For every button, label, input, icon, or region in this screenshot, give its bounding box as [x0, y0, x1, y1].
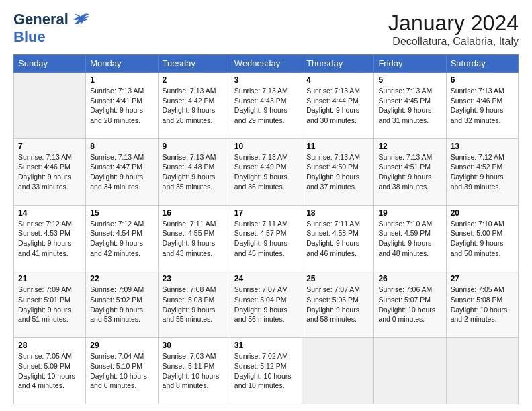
day-number: 9	[163, 142, 226, 151]
day-info: Sunrise: 7:02 AM Sunset: 5:12 PM Dayligh…	[234, 351, 298, 391]
day-number: 25	[306, 274, 369, 283]
calendar-title: January 2024	[388, 11, 519, 36]
table-row: 5Sunrise: 7:13 AM Sunset: 4:45 PM Daylig…	[374, 73, 446, 139]
day-number: 17	[234, 208, 298, 218]
title-block: January 2024 Decollatura, Calabria, Ital…	[388, 11, 519, 48]
day-info: Sunrise: 7:10 AM Sunset: 5:00 PM Dayligh…	[451, 219, 514, 259]
table-row: 23Sunrise: 7:08 AM Sunset: 5:03 PM Dayli…	[158, 271, 230, 338]
day-info: Sunrise: 7:07 AM Sunset: 5:05 PM Dayligh…	[306, 285, 369, 324]
table-row: 13Sunrise: 7:12 AM Sunset: 4:52 PM Dayli…	[446, 138, 518, 205]
logo-general: General	[13, 11, 69, 28]
day-info: Sunrise: 7:13 AM Sunset: 4:42 PM Dayligh…	[163, 86, 226, 126]
day-info: Sunrise: 7:13 AM Sunset: 4:46 PM Dayligh…	[18, 152, 81, 192]
day-number: 23	[163, 274, 226, 283]
logo-bird-icon	[71, 11, 91, 28]
header: General Blue January 2024 Decollatura, C…	[13, 11, 519, 48]
header-saturday: Saturday	[446, 55, 518, 73]
day-number: 3	[234, 75, 298, 85]
day-number: 30	[163, 340, 226, 350]
table-row: 20Sunrise: 7:10 AM Sunset: 5:00 PM Dayli…	[446, 205, 518, 271]
day-number: 20	[451, 208, 514, 218]
table-row: 10Sunrise: 7:13 AM Sunset: 4:49 PM Dayli…	[230, 138, 302, 205]
header-sunday: Sunday	[14, 55, 86, 73]
day-info: Sunrise: 7:11 AM Sunset: 4:58 PM Dayligh…	[306, 219, 369, 259]
day-number: 2	[163, 75, 226, 85]
day-number: 29	[90, 340, 153, 350]
day-info: Sunrise: 7:13 AM Sunset: 4:45 PM Dayligh…	[378, 86, 441, 126]
day-info: Sunrise: 7:03 AM Sunset: 5:11 PM Dayligh…	[163, 351, 226, 391]
day-info: Sunrise: 7:12 AM Sunset: 4:54 PM Dayligh…	[90, 219, 153, 259]
calendar-week-row: 7Sunrise: 7:13 AM Sunset: 4:46 PM Daylig…	[14, 138, 519, 205]
calendar-table: Sunday Monday Tuesday Wednesday Thursday…	[13, 54, 519, 404]
table-row: 27Sunrise: 7:05 AM Sunset: 5:08 PM Dayli…	[446, 271, 518, 338]
day-info: Sunrise: 7:12 AM Sunset: 4:53 PM Dayligh…	[18, 219, 81, 259]
table-row: 12Sunrise: 7:13 AM Sunset: 4:51 PM Dayli…	[374, 138, 446, 205]
header-thursday: Thursday	[302, 55, 374, 73]
day-number: 24	[234, 274, 298, 283]
day-number: 21	[18, 274, 81, 283]
table-row	[374, 338, 446, 404]
table-row: 31Sunrise: 7:02 AM Sunset: 5:12 PM Dayli…	[230, 338, 302, 404]
day-number: 18	[306, 208, 369, 218]
day-info: Sunrise: 7:13 AM Sunset: 4:41 PM Dayligh…	[90, 86, 153, 126]
table-row: 9Sunrise: 7:13 AM Sunset: 4:48 PM Daylig…	[158, 138, 230, 205]
day-info: Sunrise: 7:13 AM Sunset: 4:51 PM Dayligh…	[378, 152, 441, 192]
table-row: 22Sunrise: 7:09 AM Sunset: 5:02 PM Dayli…	[86, 271, 158, 338]
day-info: Sunrise: 7:05 AM Sunset: 5:08 PM Dayligh…	[451, 285, 514, 324]
day-info: Sunrise: 7:13 AM Sunset: 4:44 PM Dayligh…	[306, 86, 369, 126]
day-number: 4	[306, 75, 369, 85]
day-number: 22	[90, 274, 153, 283]
day-info: Sunrise: 7:11 AM Sunset: 4:55 PM Dayligh…	[163, 219, 226, 259]
table-row: 6Sunrise: 7:13 AM Sunset: 4:46 PM Daylig…	[446, 73, 518, 139]
header-monday: Monday	[86, 55, 158, 73]
table-row: 11Sunrise: 7:13 AM Sunset: 4:50 PM Dayli…	[302, 138, 374, 205]
logo: General Blue	[13, 11, 91, 46]
table-row: 30Sunrise: 7:03 AM Sunset: 5:11 PM Dayli…	[158, 338, 230, 404]
day-info: Sunrise: 7:09 AM Sunset: 5:02 PM Dayligh…	[90, 285, 153, 324]
day-number: 8	[90, 142, 153, 151]
header-friday: Friday	[374, 55, 446, 73]
day-number: 26	[378, 274, 441, 283]
day-number: 10	[234, 142, 298, 151]
day-info: Sunrise: 7:13 AM Sunset: 4:43 PM Dayligh…	[234, 86, 298, 126]
day-number: 19	[378, 208, 441, 218]
day-number: 6	[451, 75, 514, 85]
day-info: Sunrise: 7:12 AM Sunset: 4:52 PM Dayligh…	[451, 152, 514, 192]
table-row: 19Sunrise: 7:10 AM Sunset: 4:59 PM Dayli…	[374, 205, 446, 271]
day-info: Sunrise: 7:05 AM Sunset: 5:09 PM Dayligh…	[18, 351, 81, 391]
table-row: 24Sunrise: 7:07 AM Sunset: 5:04 PM Dayli…	[230, 271, 302, 338]
page: General Blue January 2024 Decollatura, C…	[0, 0, 532, 411]
day-number: 16	[163, 208, 226, 218]
day-info: Sunrise: 7:06 AM Sunset: 5:07 PM Dayligh…	[378, 285, 441, 324]
table-row: 8Sunrise: 7:13 AM Sunset: 4:47 PM Daylig…	[86, 138, 158, 205]
day-number: 31	[234, 340, 298, 350]
day-info: Sunrise: 7:07 AM Sunset: 5:04 PM Dayligh…	[234, 285, 298, 324]
day-number: 27	[451, 274, 514, 283]
day-number: 11	[306, 142, 369, 151]
header-tuesday: Tuesday	[158, 55, 230, 73]
table-row: 28Sunrise: 7:05 AM Sunset: 5:09 PM Dayli…	[14, 338, 86, 404]
day-number: 14	[18, 208, 81, 218]
calendar-week-row: 28Sunrise: 7:05 AM Sunset: 5:09 PM Dayli…	[14, 338, 519, 404]
logo-blue: Blue	[13, 28, 46, 46]
day-number: 15	[90, 208, 153, 218]
table-row	[14, 73, 86, 139]
table-row: 25Sunrise: 7:07 AM Sunset: 5:05 PM Dayli…	[302, 271, 374, 338]
table-row: 1Sunrise: 7:13 AM Sunset: 4:41 PM Daylig…	[86, 73, 158, 139]
table-row: 17Sunrise: 7:11 AM Sunset: 4:57 PM Dayli…	[230, 205, 302, 271]
day-info: Sunrise: 7:09 AM Sunset: 5:01 PM Dayligh…	[18, 285, 81, 324]
day-info: Sunrise: 7:13 AM Sunset: 4:49 PM Dayligh…	[234, 152, 298, 192]
calendar-week-row: 1Sunrise: 7:13 AM Sunset: 4:41 PM Daylig…	[14, 73, 519, 139]
day-info: Sunrise: 7:11 AM Sunset: 4:57 PM Dayligh…	[234, 219, 298, 259]
day-info: Sunrise: 7:13 AM Sunset: 4:48 PM Dayligh…	[163, 152, 226, 192]
table-row: 14Sunrise: 7:12 AM Sunset: 4:53 PM Dayli…	[14, 205, 86, 271]
table-row	[446, 338, 518, 404]
table-row	[302, 338, 374, 404]
day-number: 13	[451, 142, 514, 151]
table-row: 21Sunrise: 7:09 AM Sunset: 5:01 PM Dayli…	[14, 271, 86, 338]
day-info: Sunrise: 7:04 AM Sunset: 5:10 PM Dayligh…	[90, 351, 153, 391]
day-number: 5	[378, 75, 441, 85]
table-row: 4Sunrise: 7:13 AM Sunset: 4:44 PM Daylig…	[302, 73, 374, 139]
day-info: Sunrise: 7:13 AM Sunset: 4:50 PM Dayligh…	[306, 152, 369, 192]
calendar-week-row: 14Sunrise: 7:12 AM Sunset: 4:53 PM Dayli…	[14, 205, 519, 271]
